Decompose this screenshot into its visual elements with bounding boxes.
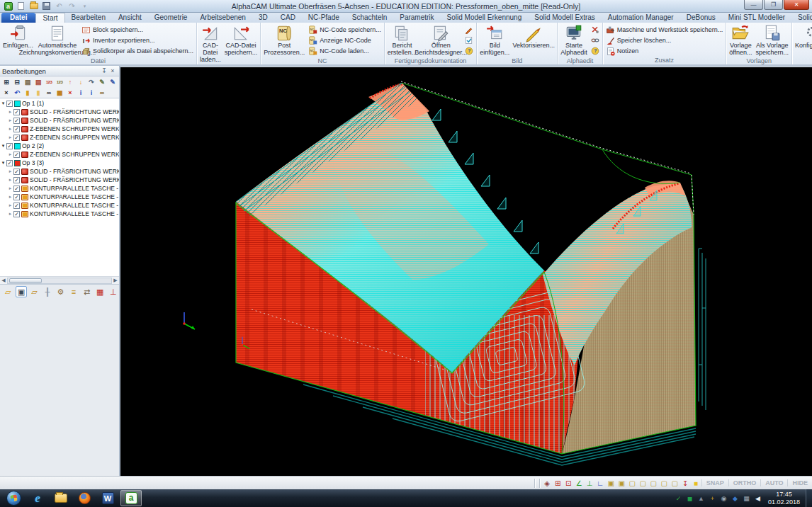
tab-start[interactable]: Start: [35, 13, 64, 23]
view-cube-7-icon[interactable]: ▢: [670, 479, 680, 487]
ribbon-button-öffnen-berichtsdesigner-[interactable]: Öffnen Berichtsdesigner...: [419, 23, 463, 57]
ribbon-button-als-vorlage-speichern-[interactable]: Als Vorlage speichern...: [755, 23, 791, 57]
alphaedit-tools-icon[interactable]: [590, 25, 601, 35]
tab-cad[interactable]: CAD: [274, 13, 302, 23]
toggle-auto[interactable]: AUTO: [760, 479, 787, 486]
tray-mouse-icon[interactable]: ◉: [719, 494, 728, 503]
view-cube-3-icon[interactable]: ▢: [627, 479, 638, 487]
toggle-ortho[interactable]: ORTHO: [728, 479, 761, 486]
view-cube-5-icon[interactable]: ▢: [648, 479, 659, 487]
ribbon-button-nc-code-laden-[interactable]: NCNC-Code laden...: [307, 46, 383, 56]
operations-view-icon[interactable]: ▣: [16, 286, 28, 297]
info-icon[interactable]: i: [76, 88, 86, 97]
view-cube-1-icon[interactable]: ▣: [606, 479, 616, 487]
ribbon-button-anzeige-nc-code[interactable]: NCAnzeige NC-Code: [307, 35, 383, 45]
open-folder-icon[interactable]: ▱: [28, 286, 40, 297]
axes-xyz-icon[interactable]: ⊥: [585, 479, 595, 487]
renumber-icon[interactable]: 123: [44, 77, 54, 86]
checkbox[interactable]: ✓: [13, 109, 20, 115]
ribbon-button-nc-code-speichern-[interactable]: NCNC-Code speichern...: [307, 25, 383, 35]
report-check-icon[interactable]: [463, 35, 475, 45]
renumber-all-icon[interactable]: 123: [55, 77, 64, 86]
tree-item-row[interactable]: ▸✓SOLID - FRÄSRICHTUNG WERKZE: [0, 167, 119, 176]
tool-setup-icon[interactable]: ⚙: [55, 286, 67, 297]
checkbox[interactable]: ✓: [13, 126, 20, 132]
tree-op-row[interactable]: ▾✓Op 1 (1): [0, 99, 119, 108]
checkbox[interactable]: ✓: [13, 135, 20, 141]
expander-icon[interactable]: ▸: [7, 126, 13, 132]
ribbon-button-starte-alphaedit[interactable]: Starte Alphaedit: [559, 23, 589, 57]
checkbox[interactable]: ✓: [6, 101, 13, 107]
maximize-button[interactable]: ❐: [764, 0, 783, 10]
checkbox[interactable]: ✓: [13, 186, 20, 192]
tab-debonus[interactable]: DeBonus: [680, 13, 722, 23]
edit-multi-icon[interactable]: ✎: [108, 77, 118, 86]
axes-uvw-icon[interactable]: ∟: [595, 479, 606, 487]
tree-op-row[interactable]: ▾✓Op 2 (2): [0, 142, 119, 150]
ribbon-button-speicher-löschen-[interactable]: Speicher löschen...: [604, 35, 724, 45]
tab-datei[interactable]: Datei: [1, 13, 35, 23]
tree-item-row[interactable]: ▸✓KONTURPARALLELE TASCHE - SCH: [0, 184, 119, 193]
windows-explorer-icon[interactable]: [50, 490, 72, 506]
tab-arbeitsebenen[interactable]: Arbeitsebenen: [193, 13, 252, 23]
expander-icon[interactable]: ▾: [0, 143, 6, 149]
expander-icon[interactable]: ▾: [0, 101, 6, 106]
unlock-icon[interactable]: ▮: [33, 88, 43, 97]
expander-icon[interactable]: ▸: [7, 177, 13, 183]
ribbon-button-vektorisieren-[interactable]: Vektorisieren...: [512, 23, 556, 57]
expander-icon[interactable]: ▸: [7, 118, 13, 123]
view-cube-4-icon[interactable]: ▢: [638, 479, 648, 487]
tab-schachteln[interactable]: Schachteln: [346, 13, 393, 23]
expander-icon[interactable]: ▸: [7, 203, 13, 208]
panel-hscrollbar[interactable]: ◀ ▶: [0, 276, 119, 284]
tray-shield-icon[interactable]: ◆: [731, 494, 740, 503]
search-tools-icon[interactable]: ∞: [97, 88, 107, 97]
tray-network-icon[interactable]: ▦: [742, 494, 751, 503]
expander-icon[interactable]: ▸: [7, 186, 13, 191]
scroll-left-icon[interactable]: ◀: [0, 278, 7, 283]
expander-icon[interactable]: ▾: [0, 160, 6, 166]
alphaedit-link-icon[interactable]: [590, 35, 601, 45]
titlebar[interactable]: a↶↷▾ AlphaCAM Ultimate Oberfräsen 5-Achs…: [0, 0, 812, 13]
expander-icon[interactable]: ▸: [7, 109, 13, 115]
copy-operation-icon[interactable]: ▤: [23, 77, 33, 86]
ribbon-button-cad-datei-laden-[interactable]: CAD-Datei laden...: [198, 23, 222, 64]
toggle-hide[interactable]: HIDE: [787, 479, 812, 486]
tree-item-row[interactable]: ▸✓KONTURPARALLELE TASCHE - SCH: [0, 193, 119, 201]
tray-check-icon[interactable]: ✓: [674, 494, 683, 503]
scroll-thumb[interactable]: [9, 278, 42, 283]
ribbon-button-cad-datei-speichern-[interactable]: CAD-Datei speichern...: [223, 23, 259, 64]
pin-icon[interactable]: ↧: [100, 67, 108, 74]
ribbon-button-automatische-zeichnungskonvertierung-[interactable]: Automatische Zeichnungskonvertierung...: [35, 23, 79, 57]
tree-item-row[interactable]: ▸✓Z-EBENEN SCHRUPPEN WERKZEU: [0, 133, 119, 142]
ribbon-button-post-prozessoren-[interactable]: NCPost Prozessoren...: [262, 23, 306, 57]
checkbox[interactable]: ✓: [13, 177, 20, 183]
workplane-icon[interactable]: ■: [691, 479, 701, 487]
checkbox[interactable]: ✓: [13, 211, 20, 217]
tray-key-icon[interactable]: +: [708, 494, 717, 503]
checkbox[interactable]: ✓: [13, 194, 20, 200]
tab-solid-modell-extras[interactable]: Solid Modell Extras: [528, 13, 602, 23]
close-button[interactable]: ✕: [784, 0, 809, 10]
delete-icon[interactable]: ×: [1, 88, 11, 97]
view-axes-icon[interactable]: ⊞: [553, 479, 563, 487]
tree-item-row[interactable]: ▸✓KONTURPARALLELE TASCHE - SCH: [0, 201, 119, 210]
measure-icon[interactable]: ⊥: [107, 286, 119, 297]
word-icon[interactable]: W: [97, 490, 118, 506]
alphacam-icon[interactable]: a: [120, 490, 142, 506]
viewport-3d-model[interactable]: [120, 67, 811, 476]
expand-all-icon[interactable]: ⊞: [1, 77, 11, 86]
ribbon-button-solidkörper-als-datei-abspeichern-[interactable]: Solidkörper als Datei abspeichern...: [80, 46, 195, 56]
tool-delete-icon[interactable]: ×: [65, 88, 75, 97]
tray-green-icon[interactable]: ◼: [685, 494, 694, 503]
checkbox[interactable]: ✓: [6, 160, 13, 166]
view-box-icon[interactable]: ⊡: [563, 479, 574, 487]
minimize-button[interactable]: —: [744, 0, 763, 10]
tab-parametrik[interactable]: Parametrik: [393, 13, 440, 23]
expander-icon[interactable]: ▸: [7, 135, 13, 140]
tree-item-row[interactable]: ▸✓SOLID - FRÄSRICHTUNG WERKZE: [0, 116, 119, 125]
ribbon-button-vorlage-öffnen-[interactable]: Vorlage öffnen...: [728, 23, 753, 57]
tab-automation-manager[interactable]: Automation Manager: [602, 13, 680, 23]
checkbox[interactable]: ✓: [13, 203, 20, 209]
view-iso-icon[interactable]: ◈: [542, 479, 553, 487]
